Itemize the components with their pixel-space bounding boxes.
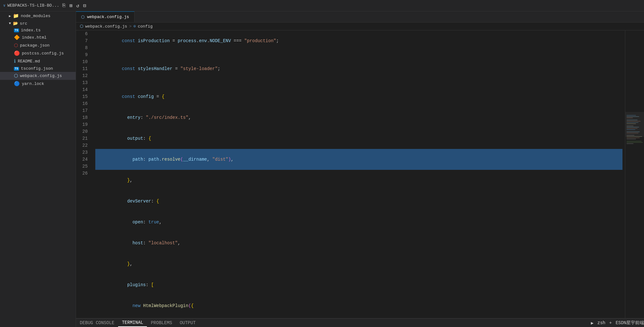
webpack-breadcrumb-icon: ⬡: [80, 24, 83, 29]
index-html-label: index.html: [22, 35, 47, 40]
sidebar-item-package-json[interactable]: ⬡ package.json: [0, 42, 76, 49]
tab-terminal[interactable]: TERMINAL: [118, 319, 147, 327]
minimap: [625, 30, 644, 318]
tab-bar: ⬡ webpack.config.js: [76, 11, 644, 22]
code-lines: const isProduction = process.env.NODE_EN…: [93, 30, 625, 318]
collapse-icon[interactable]: ⊟: [83, 3, 86, 9]
line-numbers: 6 7 8 9 10 11 12 13 14 15 16 17 18 19 20…: [76, 30, 93, 318]
shell-label: zsh: [597, 320, 605, 325]
breadcrumb: ⬡ webpack.config.js > ⊙ config: [76, 22, 644, 30]
refresh-icon[interactable]: ↺: [76, 3, 79, 9]
svg-rect-20: [627, 144, 634, 144]
sidebar-item-index-ts[interactable]: TS index.ts: [0, 27, 76, 34]
terminal-label: TERMINAL: [122, 320, 143, 325]
code-line-16: open: true,: [95, 212, 622, 233]
index-ts-label: index.ts: [21, 28, 41, 33]
add-terminal-button[interactable]: +: [609, 320, 612, 325]
code-line-10: const config = {: [95, 86, 622, 107]
code-line-18: },: [95, 253, 622, 274]
status-right: ▶ zsh + ESDN星宇前端: [591, 319, 644, 327]
svg-rect-21: [625, 112, 644, 137]
webpack-tab-label: webpack.config.js: [87, 15, 129, 19]
new-file-icon[interactable]: ⎘: [62, 3, 66, 9]
chevron-down-icon: ∨: [3, 3, 5, 8]
problems-label: PROBLEMS: [151, 320, 172, 325]
breadcrumb-sep: >: [129, 24, 132, 29]
tsconfig-label: tsconfig.json: [21, 66, 53, 71]
tab-output[interactable]: OUTPUT: [176, 319, 199, 327]
title-bar: ∨ WEBPACK5-TS-LIB-BO... ⎘ ⊞ ↺ ⊟: [0, 0, 644, 11]
code-line-19: plugins: [: [95, 274, 622, 295]
editor-area: ⬡ webpack.config.js ⬡ webpack.config.js …: [76, 11, 644, 327]
tab-debug-console[interactable]: DEBUG CONSOLE: [76, 319, 118, 327]
tab-problems[interactable]: PROBLEMS: [147, 319, 176, 327]
breadcrumb-file[interactable]: webpack.config.js: [85, 24, 127, 29]
package-json-label: package.json: [20, 43, 50, 48]
pkg-icon: ⬡: [14, 42, 18, 48]
output-label: OUTPUT: [180, 320, 196, 325]
folder-icon-src: 📂: [13, 21, 18, 26]
breadcrumb-symbol-icon: ⊙: [133, 24, 136, 29]
chevron-down-icon-src: ▼: [9, 22, 11, 25]
svg-rect-19: [627, 142, 643, 143]
postcss-label: postcss.config.js: [22, 51, 64, 56]
bottom-panel: DEBUG CONSOLE TERMINAL PROBLEMS OUTPUT ▶…: [76, 318, 644, 327]
code-line-13: path: path.resolve(__dirname, "dist"),: [95, 149, 622, 170]
code-line-11: entry: "./src/index.ts",: [95, 107, 622, 128]
sidebar-item-index-html[interactable]: 🔶 index.html: [0, 34, 76, 42]
sidebar-item-postcss[interactable]: 🔴 postcss.config.js: [0, 49, 76, 57]
html-icon: 🔶: [14, 35, 20, 41]
code-line-20: new HtmlWebpackPlugin({: [95, 295, 622, 316]
sidebar-item-yarn[interactable]: 🔵 yarn.lock: [0, 80, 76, 88]
code-line-14: },: [95, 170, 622, 191]
src-label: src: [20, 21, 27, 26]
code-editor[interactable]: 6 7 8 9 10 11 12 13 14 15 16 17 18 19 20…: [76, 30, 644, 318]
code-line-6: const isProduction = process.env.NODE_EN…: [95, 30, 622, 51]
webpack-label: webpack.config.js: [20, 74, 62, 78]
readme-label: README.md: [18, 59, 40, 64]
code-line-15: devServer: {: [95, 191, 622, 212]
new-folder-icon[interactable]: ⊞: [69, 3, 73, 9]
extra-status-label: ESDN星宇前端: [616, 320, 644, 326]
folder-icon-node-modules: 📁: [13, 13, 19, 19]
breadcrumb-symbol[interactable]: config: [138, 24, 153, 29]
code-line-17: host: "localhost",: [95, 233, 622, 253]
sidebar-tree: ▶ 📁 node_modules ▼ 📂 src TS index.ts: [0, 11, 76, 88]
svg-rect-17: [627, 139, 636, 139]
status-tabs: DEBUG CONSOLE TERMINAL PROBLEMS OUTPUT: [76, 319, 199, 327]
yarn-icon: 🔵: [14, 81, 20, 87]
sidebar-item-node-modules[interactable]: ▶ 📁 node_modules: [0, 12, 76, 20]
webpack-icon: ⬡: [14, 73, 18, 79]
title-icons: ⎘ ⊞ ↺ ⊟: [62, 3, 86, 9]
debug-console-label: DEBUG CONSOLE: [80, 320, 114, 325]
sidebar-item-webpack[interactable]: ⬡ webpack.config.js: [0, 72, 76, 80]
sidebar-item-tsconfig[interactable]: TS tsconfig.json: [0, 65, 76, 72]
terminal-arrow-icon: ▶: [591, 320, 593, 326]
code-line-7: [95, 51, 622, 58]
webpack-tab-icon: ⬡: [81, 15, 85, 20]
node-modules-label: node_modules: [21, 14, 51, 18]
project-title: ∨ WEBPACK5-TS-LIB-BO...: [3, 3, 59, 8]
ts-icon-tsconfig: TS: [14, 67, 19, 71]
project-name-label: WEBPACK5-TS-LIB-BO...: [7, 3, 59, 8]
svg-rect-18: [627, 141, 641, 141]
sidebar-item-readme[interactable]: ℹ README.md: [0, 57, 76, 65]
code-line-12: output: {: [95, 128, 622, 149]
tab-webpack-config[interactable]: ⬡ webpack.config.js: [76, 11, 135, 22]
ts-icon: TS: [14, 29, 19, 32]
postcss-icon: 🔴: [14, 50, 20, 56]
main-content: ▶ 📁 node_modules ▼ 📂 src TS index.ts: [0, 11, 644, 327]
code-line-8: const stylesHandler = "style-loader";: [95, 58, 622, 79]
chevron-right-icon: ▶: [9, 14, 11, 18]
code-line-9: [95, 79, 622, 86]
yarn-lock-label: yarn.lock: [22, 81, 44, 86]
sidebar-item-src[interactable]: ▼ 📂 src: [0, 20, 76, 27]
svg-rect-16: [627, 138, 640, 138]
sidebar: ▶ 📁 node_modules ▼ 📂 src TS index.ts: [0, 11, 76, 327]
md-icon: ℹ: [14, 58, 16, 64]
